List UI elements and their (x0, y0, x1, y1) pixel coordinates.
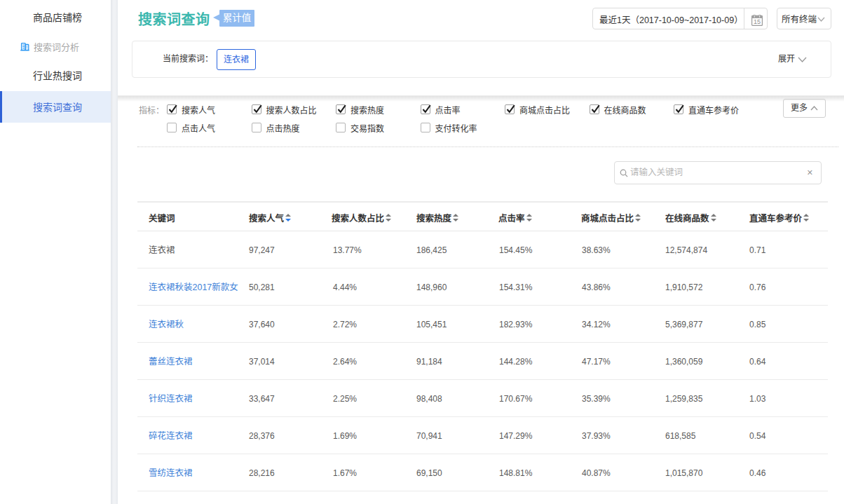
svg-text:15: 15 (754, 18, 761, 25)
